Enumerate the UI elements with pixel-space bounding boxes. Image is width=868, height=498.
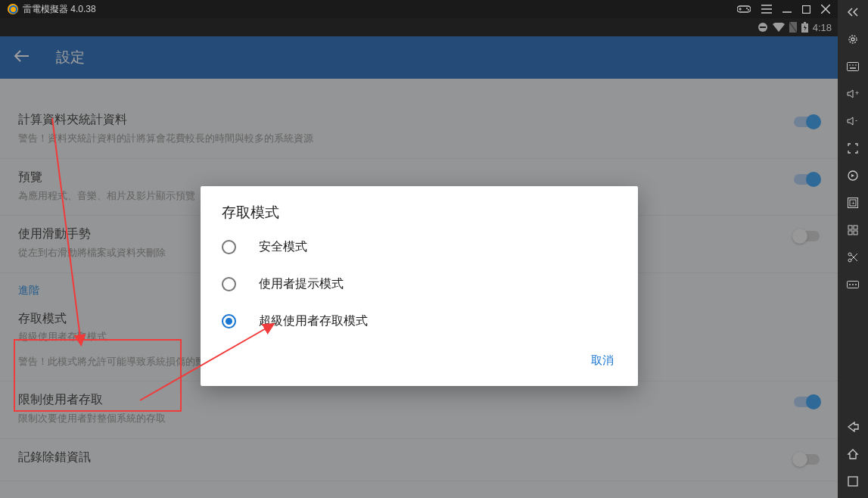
more-icon[interactable] bbox=[845, 277, 860, 292]
svg-rect-9 bbox=[803, 5, 810, 13]
collapse-icon[interactable] bbox=[845, 5, 860, 20]
svg-point-45 bbox=[855, 284, 857, 285]
dialog-title: 存取模式 bbox=[201, 203, 638, 229]
volume-up-icon[interactable]: + bbox=[845, 86, 860, 101]
svg-rect-34 bbox=[848, 226, 852, 229]
svg-point-3 bbox=[746, 8, 748, 9]
svg-rect-36 bbox=[848, 231, 852, 235]
apps-icon[interactable] bbox=[845, 223, 860, 238]
app-logo-icon bbox=[8, 4, 18, 14]
svg-rect-23 bbox=[848, 63, 859, 71]
svg-line-41 bbox=[851, 254, 857, 260]
window-titlebar: 雷電模擬器 4.0.38 bbox=[0, 0, 838, 18]
option-label: 安全模式 bbox=[259, 239, 307, 255]
svg-point-21 bbox=[849, 36, 857, 43]
svg-rect-37 bbox=[854, 231, 857, 235]
settings-gear-icon[interactable] bbox=[845, 32, 860, 47]
scissors-icon[interactable] bbox=[845, 250, 860, 265]
svg-text:+: + bbox=[855, 89, 859, 97]
option-safe-mode[interactable]: 安全模式 bbox=[201, 229, 638, 266]
svg-point-38 bbox=[848, 253, 851, 256]
radio-checked-icon bbox=[222, 314, 236, 328]
option-label: 超級使用者存取模式 bbox=[259, 313, 368, 329]
keyboard-icon[interactable] bbox=[845, 59, 860, 74]
android-recents-icon[interactable] bbox=[845, 474, 860, 489]
option-label: 使用者提示模式 bbox=[259, 276, 344, 292]
access-mode-dialog: 存取模式 安全模式 使用者提示模式 超級使用者存取模式 取消 bbox=[201, 186, 638, 386]
svg-point-44 bbox=[852, 284, 854, 285]
close-icon[interactable] bbox=[821, 5, 830, 14]
emulator-toolbar: + - + bbox=[838, 0, 868, 498]
svg-point-43 bbox=[849, 284, 851, 285]
android-back-icon[interactable] bbox=[845, 419, 860, 434]
svg-rect-46 bbox=[848, 477, 857, 486]
sync-icon[interactable] bbox=[845, 168, 860, 183]
svg-point-22 bbox=[851, 38, 854, 41]
fullscreen-icon[interactable] bbox=[845, 141, 860, 156]
cancel-button[interactable]: 取消 bbox=[583, 349, 621, 372]
gamepad-icon[interactable] bbox=[737, 5, 751, 14]
svg-rect-35 bbox=[854, 226, 857, 229]
svg-text:-: - bbox=[855, 117, 857, 124]
volume-down-icon[interactable]: - bbox=[845, 114, 860, 129]
window-title: 雷電模擬器 4.0.38 bbox=[23, 3, 737, 16]
radio-icon bbox=[222, 277, 236, 291]
maximize-icon[interactable] bbox=[802, 5, 810, 14]
svg-text:+: + bbox=[851, 200, 855, 207]
svg-line-40 bbox=[851, 255, 857, 261]
option-superuser-mode[interactable]: 超級使用者存取模式 bbox=[201, 303, 638, 340]
svg-point-24 bbox=[849, 64, 851, 66]
svg-point-26 bbox=[855, 64, 857, 66]
android-home-icon[interactable] bbox=[845, 447, 860, 462]
svg-point-39 bbox=[848, 259, 851, 262]
svg-point-25 bbox=[852, 64, 854, 66]
minimize-icon[interactable] bbox=[782, 5, 792, 14]
radio-icon bbox=[222, 240, 236, 254]
multi-window-icon[interactable]: + bbox=[845, 195, 860, 210]
option-user-prompt-mode[interactable]: 使用者提示模式 bbox=[201, 266, 638, 303]
svg-point-4 bbox=[748, 9, 749, 11]
menu-icon[interactable] bbox=[761, 5, 772, 14]
